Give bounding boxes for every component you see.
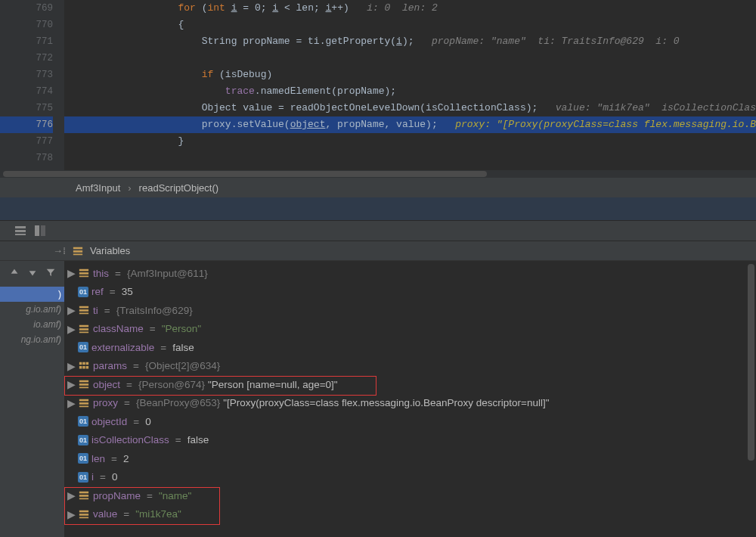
primitive-icon: 01: [78, 416, 88, 427]
variable-row[interactable]: ▶01 i=0: [67, 468, 756, 487]
svg-rect-2: [15, 234, 26, 235]
svg-rect-15: [79, 328, 88, 331]
frame-item[interactable]: g.io.amf): [0, 302, 64, 317]
svg-rect-7: [73, 253, 82, 255]
svg-rect-3: [35, 225, 39, 236]
filter-icon[interactable]: [45, 267, 56, 280]
svg-rect-34: [79, 517, 88, 518]
svg-rect-29: [79, 492, 88, 494]
variable-name: objectId: [91, 416, 127, 427]
variables-header: →⁞ Variables: [0, 241, 756, 261]
scrollbar-thumb[interactable]: [3, 171, 487, 177]
expand-arrow-icon[interactable]: ▶: [67, 304, 75, 316]
arrow-down-icon[interactable]: [27, 267, 38, 280]
variable-row[interactable]: ▶ this={Amf3Input@611}: [67, 264, 756, 283]
expand-arrow-icon[interactable]: ▶: [67, 267, 75, 279]
variable-name: isCollectionClass: [91, 434, 169, 445]
primitive-icon: 01: [78, 472, 88, 483]
variable-value: "Person [name=null, age=0]": [208, 379, 338, 390]
layout-grid-icon[interactable]: [14, 224, 27, 237]
variable-name: propName: [93, 490, 141, 501]
variable-row[interactable]: ▶ className="Person": [67, 320, 756, 339]
variable-row[interactable]: ▶ propName="name": [67, 486, 756, 505]
svg-rect-20: [79, 366, 82, 369]
code-editor[interactable]: 769770771772773774775776777778 for (int …: [0, 0, 756, 170]
frames-list[interactable]: )g.io.amf)io.amf)ng.io.amf): [0, 287, 64, 347]
variable-value: "mi1k7ea": [135, 508, 181, 520]
equals-sign: =: [172, 434, 184, 445]
array-icon: [78, 360, 90, 372]
expand-arrow-icon[interactable]: ▶: [67, 378, 75, 390]
equals-sign: =: [112, 268, 124, 279]
svg-rect-33: [79, 514, 88, 516]
svg-rect-21: [82, 366, 85, 369]
variable-row[interactable]: ▶01 ref=35: [67, 283, 756, 302]
primitive-icon: 01: [78, 435, 88, 445]
variable-row[interactable]: ▶01 objectId=0: [67, 412, 756, 431]
variable-row[interactable]: ▶ object={Person@674} "Person [name=null…: [67, 375, 756, 394]
expand-arrow-icon[interactable]: ▶: [67, 360, 75, 372]
variable-row[interactable]: ▶ ti={TraitsInfo@629}: [67, 301, 756, 320]
svg-rect-11: [79, 306, 88, 309]
variable-ref: {Object[2]@634}: [145, 360, 220, 371]
svg-rect-5: [73, 247, 82, 249]
svg-rect-30: [79, 495, 88, 497]
equals-sign: =: [144, 490, 156, 501]
variable-name: ref: [91, 286, 104, 297]
code-area[interactable]: for (int i = 0; i < len; i++) i: 0 len: …: [64, 0, 756, 170]
svg-rect-4: [41, 225, 45, 236]
expand-arrow-icon[interactable]: ▶: [67, 508, 75, 520]
variable-row[interactable]: ▶ value="mi1k7ea": [67, 505, 756, 524]
expand-arrow-icon[interactable]: ▶: [67, 323, 75, 335]
variable-name: i: [91, 471, 94, 483]
object-icon: [78, 304, 90, 316]
restore-layout-icon[interactable]: →⁞: [53, 245, 66, 256]
object-icon: [78, 323, 90, 335]
frames-toolbar: [0, 267, 64, 280]
frame-item[interactable]: ng.io.amf): [0, 332, 64, 347]
svg-rect-10: [79, 276, 88, 278]
svg-rect-17: [79, 362, 82, 365]
svg-rect-12: [79, 309, 88, 312]
object-icon: [78, 489, 90, 501]
equals-sign: =: [123, 379, 135, 390]
svg-rect-1: [15, 230, 26, 232]
frame-item[interactable]: ): [0, 287, 64, 302]
variable-row[interactable]: ▶01 len=2: [67, 449, 756, 468]
breadcrumb-method[interactable]: readScriptObject(): [139, 182, 218, 194]
equals-sign: =: [147, 323, 159, 334]
variable-row[interactable]: ▶ params={Object[2]@634}: [67, 357, 756, 376]
variable-row[interactable]: ▶01 externalizable=false: [67, 338, 756, 357]
expand-arrow-icon[interactable]: ▶: [67, 397, 75, 409]
variable-name: params: [93, 360, 127, 371]
variable-ref: {Person@674}: [138, 379, 205, 390]
svg-rect-14: [79, 325, 88, 327]
variable-value: 2: [123, 453, 129, 464]
debug-toolbar: [0, 220, 756, 241]
primitive-icon: 01: [78, 342, 88, 352]
breadcrumb: Amf3Input › readScriptObject(): [0, 178, 756, 197]
breadcrumb-class[interactable]: Amf3Input: [76, 182, 120, 194]
variable-value: 35: [122, 286, 133, 297]
variable-name: proxy: [93, 397, 118, 408]
arrow-up-icon[interactable]: [9, 267, 20, 280]
equals-sign: =: [107, 286, 119, 297]
expand-arrow-icon[interactable]: ▶: [67, 489, 75, 501]
frame-item[interactable]: io.amf): [0, 317, 64, 332]
variable-name: object: [93, 379, 120, 390]
equals-sign: =: [101, 305, 113, 316]
equals-sign: =: [121, 397, 133, 408]
variables-tree[interactable]: ▶ this={Amf3Input@611} ▶01 ref=35▶ ti={T…: [64, 261, 756, 537]
svg-rect-16: [79, 331, 88, 333]
variable-row[interactable]: ▶01 isCollectionClass=false: [67, 431, 756, 450]
primitive-icon: 01: [78, 287, 88, 297]
equals-sign: =: [120, 508, 132, 520]
equals-sign: =: [157, 342, 169, 353]
svg-rect-9: [79, 272, 88, 275]
svg-rect-8: [79, 269, 88, 272]
variable-name: className: [93, 323, 144, 334]
equals-sign: =: [130, 360, 142, 371]
layout-stack-icon[interactable]: [33, 224, 47, 237]
editor-horizontal-scrollbar[interactable]: [0, 170, 756, 178]
variable-row[interactable]: ▶ proxy={BeanProxy@653} "[Proxy(proxyCla…: [67, 394, 756, 413]
